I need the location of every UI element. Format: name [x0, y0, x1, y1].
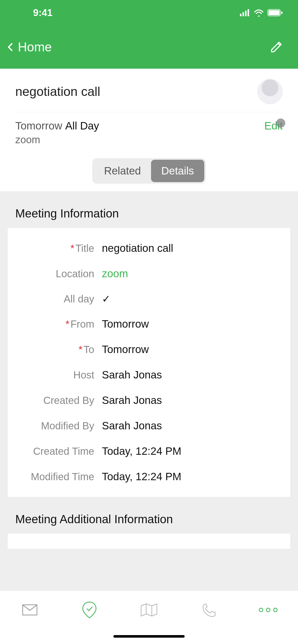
map-icon [141, 603, 157, 617]
nav-bar: Home [0, 25, 298, 69]
status-indicators [240, 9, 283, 17]
label-title: Title [75, 243, 94, 254]
svg-rect-1 [242, 12, 244, 16]
chevron-left-icon [5, 42, 15, 52]
label-from: From [71, 318, 94, 330]
nav-title: Home [18, 40, 52, 54]
field-to: *To Tomorrow [15, 337, 283, 362]
more-button[interactable] [258, 601, 278, 619]
more-icon [258, 607, 278, 612]
summary-section: negotiation call Tomorrow All Day Edit z… [0, 69, 298, 153]
pencil-icon [270, 41, 283, 53]
back-button[interactable]: Home [5, 40, 52, 54]
value-location[interactable]: zoom [102, 268, 128, 280]
call-button[interactable] [198, 601, 219, 619]
value-to: Tomorrow [102, 343, 149, 356]
tab-details[interactable]: Details [151, 160, 204, 182]
avatar[interactable] [257, 79, 283, 104]
section-additional-title: Meeting Additional Information [8, 497, 290, 534]
label-to: To [84, 344, 94, 355]
field-title: *Title negotiation call [15, 236, 283, 261]
field-host: Host Sarah Jonas [15, 362, 283, 388]
value-createdtime: Today, 12:24 PM [102, 445, 181, 457]
field-modifiedby: Modified By Sarah Jonas [15, 413, 283, 438]
svg-point-10 [274, 608, 277, 612]
svg-point-9 [266, 608, 270, 612]
svg-rect-2 [245, 11, 247, 16]
value-modifiedtime: Today, 12:24 PM [102, 471, 181, 483]
value-modifiedby: Sarah Jonas [102, 420, 162, 432]
label-modifiedby: Modified By [15, 420, 102, 432]
label-host: Host [15, 369, 102, 381]
phone-icon [201, 603, 216, 617]
field-allday: All day ✓ [15, 286, 283, 311]
value-from: Tomorrow [102, 318, 149, 330]
home-indicator[interactable] [113, 635, 185, 638]
summary-date-prefix: Tomorrow [15, 120, 62, 132]
battery-icon [267, 9, 283, 16]
label-location: Location [15, 268, 102, 280]
svg-point-8 [259, 608, 263, 612]
cellular-icon [240, 9, 250, 16]
edit-badge-icon [276, 119, 285, 128]
svg-rect-3 [248, 9, 249, 16]
field-createdtime: Created Time Today, 12:24 PM [15, 438, 283, 464]
field-from: *From Tomorrow [15, 311, 283, 337]
mail-icon [22, 604, 37, 616]
status-bar: 9:41 [0, 0, 298, 25]
tab-segment: Related Details [0, 153, 298, 191]
svg-rect-5 [268, 10, 280, 15]
value-allday-check-icon: ✓ [102, 293, 111, 305]
record-title: negotiation call [15, 84, 100, 99]
wifi-icon [254, 9, 264, 17]
mail-button[interactable] [20, 601, 40, 619]
meeting-info-card: *Title negotiation call Location zoom Al… [8, 228, 290, 497]
label-createdtime: Created Time [15, 446, 102, 457]
svg-rect-6 [281, 11, 282, 14]
edit-link[interactable]: Edit [264, 120, 283, 132]
label-allday: All day [15, 293, 102, 305]
checkin-button[interactable] [79, 601, 100, 619]
field-location: Location zoom [15, 261, 283, 286]
edit-button[interactable] [270, 41, 283, 53]
label-createdby: Created By [15, 395, 102, 406]
summary-date: Tomorrow All Day [15, 120, 99, 132]
additional-info-card [8, 534, 290, 549]
value-host: Sarah Jonas [102, 369, 162, 381]
summary-date-allday: All Day [65, 120, 99, 132]
summary-location: zoom [15, 134, 283, 145]
details-content: Meeting Information *Title negotiation c… [0, 191, 298, 639]
map-button[interactable] [139, 601, 159, 619]
status-time: 9:41 [33, 7, 52, 18]
value-title: negotiation call [102, 242, 173, 254]
svg-rect-0 [240, 14, 241, 16]
section-meeting-info-title: Meeting Information [8, 201, 290, 228]
field-createdby: Created By Sarah Jonas [15, 388, 283, 413]
label-modifiedtime: Modified Time [15, 471, 102, 482]
location-check-icon [82, 602, 97, 618]
value-createdby: Sarah Jonas [102, 394, 162, 406]
tab-related[interactable]: Related [94, 160, 151, 182]
field-modifiedtime: Modified Time Today, 12:24 PM [15, 464, 283, 489]
